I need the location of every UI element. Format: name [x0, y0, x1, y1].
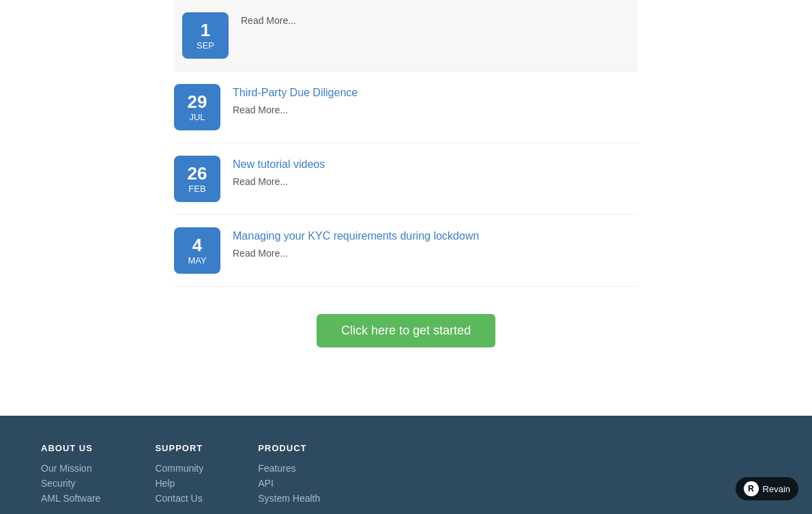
- date-badge-4: 4 May: [174, 227, 220, 274]
- revain-r-icon: R: [744, 481, 759, 496]
- date-day-2: 29: [188, 92, 207, 112]
- date-badge-2: 29 Jul: [174, 84, 220, 130]
- date-day-1: 1: [201, 20, 210, 40]
- date-day-4: 4: [192, 235, 202, 255]
- footer-columns: ABOUT US Our Mission Security AML Softwa…: [41, 443, 771, 514]
- date-day-3: 26: [188, 164, 207, 184]
- article-item-3: 26 Feb New tutorial videos Read More...: [174, 143, 638, 215]
- footer-col-support: SUPPORT Community Help Contact Us: [155, 443, 203, 508]
- footer: ABOUT US Our Mission Security AML Softwa…: [0, 416, 812, 514]
- article-body-3: New tutorial videos Read More...: [233, 156, 325, 187]
- footer-link-features[interactable]: Features: [258, 463, 320, 474]
- article-body-2: Third-Party Due Diligence Read More...: [233, 84, 358, 115]
- revain-badge[interactable]: R Revain: [736, 477, 798, 500]
- revain-label: Revain: [763, 484, 790, 494]
- article-body-4: Managing your KYC requirements during lo…: [233, 227, 479, 259]
- about-heading: ABOUT US: [41, 443, 100, 453]
- date-badge-1: 1 Sep: [182, 12, 229, 59]
- article-title-4[interactable]: Managing your KYC requirements during lo…: [233, 230, 479, 242]
- read-more-link-1[interactable]: Read More...: [241, 15, 296, 26]
- date-badge-3: 26 Feb: [174, 156, 220, 202]
- article-title-2[interactable]: Third-Party Due Diligence: [233, 87, 358, 99]
- footer-link-community[interactable]: Community: [155, 463, 203, 474]
- cta-button[interactable]: Click here to get started: [317, 314, 495, 347]
- support-heading: SUPPORT: [155, 443, 203, 453]
- footer-link-system-health[interactable]: System Health: [258, 493, 320, 504]
- article-body-1: Read More...: [241, 12, 296, 26]
- footer-link-api[interactable]: API: [258, 478, 320, 489]
- cta-section: Click here to get started: [174, 287, 638, 388]
- read-more-link-4[interactable]: Read More...: [233, 248, 479, 259]
- read-more-link-2[interactable]: Read More...: [233, 104, 358, 115]
- footer-link-our-mission[interactable]: Our Mission: [41, 463, 100, 474]
- footer-col-product: PRODUCT Features API System Health: [258, 443, 320, 508]
- read-more-link-3[interactable]: Read More...: [233, 176, 325, 187]
- date-month-2: Jul: [189, 112, 205, 122]
- article-item-1: 1 Sep Read More...: [174, 0, 638, 72]
- article-item-2: 29 Jul Third-Party Due Diligence Read Mo…: [174, 72, 638, 143]
- footer-col-about: ABOUT US Our Mission Security AML Softwa…: [41, 443, 100, 508]
- date-month-3: Feb: [188, 184, 205, 194]
- article-item-4: 4 May Managing your KYC requirements dur…: [174, 215, 638, 287]
- product-heading: PRODUCT: [258, 443, 320, 453]
- footer-link-aml-software[interactable]: AML Software: [41, 493, 100, 504]
- footer-link-help[interactable]: Help: [155, 478, 203, 489]
- date-month-4: May: [188, 255, 206, 266]
- date-month-1: Sep: [197, 40, 214, 51]
- article-title-3[interactable]: New tutorial videos: [233, 158, 325, 171]
- footer-link-security[interactable]: Security: [41, 478, 100, 489]
- footer-link-contact-us[interactable]: Contact Us: [155, 493, 203, 504]
